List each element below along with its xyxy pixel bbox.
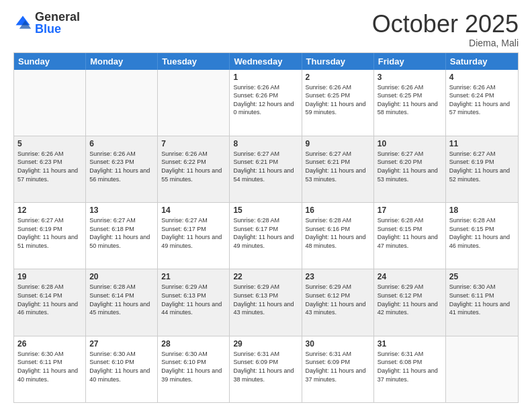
day-number: 22 xyxy=(233,272,298,281)
calendar-row-3: 19Sunrise: 6:28 AMSunset: 6:14 PMDayligh… xyxy=(14,269,518,335)
day-info: Sunrise: 6:26 AMSunset: 6:23 PMDaylight:… xyxy=(17,150,82,183)
header-day-sunday: Sunday xyxy=(14,53,86,70)
title-area: October 2025 Diema, Mali xyxy=(372,11,519,48)
empty-cell xyxy=(446,336,518,402)
day-number: 15 xyxy=(233,205,298,215)
day-cell-20: 20Sunrise: 6:28 AMSunset: 6:14 PMDayligh… xyxy=(86,269,158,335)
day-cell-29: 29Sunrise: 6:31 AMSunset: 6:09 PMDayligh… xyxy=(230,336,302,402)
day-number: 7 xyxy=(161,139,226,148)
day-info: Sunrise: 6:26 AMSunset: 6:24 PMDaylight:… xyxy=(449,83,515,117)
empty-cell xyxy=(86,70,158,136)
day-number: 23 xyxy=(306,272,370,281)
day-cell-3: 3Sunrise: 6:26 AMSunset: 6:25 PMDaylight… xyxy=(374,70,446,136)
day-cell-19: 19Sunrise: 6:28 AMSunset: 6:14 PMDayligh… xyxy=(14,269,86,335)
calendar-row-2: 12Sunrise: 6:27 AMSunset: 6:19 PMDayligh… xyxy=(14,202,518,269)
day-cell-1: 1Sunrise: 6:26 AMSunset: 6:26 PMDaylight… xyxy=(230,70,302,136)
day-cell-12: 12Sunrise: 6:27 AMSunset: 6:19 PMDayligh… xyxy=(14,203,86,269)
day-info: Sunrise: 6:26 AMSunset: 6:26 PMDaylight:… xyxy=(233,83,298,117)
day-info: Sunrise: 6:27 AMSunset: 6:18 PMDaylight:… xyxy=(89,216,154,250)
day-info: Sunrise: 6:27 AMSunset: 6:21 PMDaylight:… xyxy=(306,150,370,183)
day-cell-17: 17Sunrise: 6:28 AMSunset: 6:15 PMDayligh… xyxy=(374,203,446,269)
day-number: 12 xyxy=(17,205,82,215)
day-number: 2 xyxy=(306,73,370,82)
day-info: Sunrise: 6:28 AMSunset: 6:16 PMDaylight:… xyxy=(306,216,370,250)
day-number: 1 xyxy=(233,73,298,82)
day-info: Sunrise: 6:26 AMSunset: 6:25 PMDaylight:… xyxy=(306,83,370,117)
day-cell-5: 5Sunrise: 6:26 AMSunset: 6:23 PMDaylight… xyxy=(14,136,86,202)
day-number: 21 xyxy=(161,272,226,281)
day-number: 27 xyxy=(89,339,154,349)
calendar-row-1: 5Sunrise: 6:26 AMSunset: 6:23 PMDaylight… xyxy=(14,136,518,202)
day-number: 14 xyxy=(161,205,226,215)
day-cell-22: 22Sunrise: 6:29 AMSunset: 6:13 PMDayligh… xyxy=(230,269,302,335)
empty-cell xyxy=(14,70,86,136)
day-cell-16: 16Sunrise: 6:28 AMSunset: 6:16 PMDayligh… xyxy=(302,203,374,269)
day-number: 8 xyxy=(233,139,298,148)
day-number: 13 xyxy=(89,205,154,215)
location: Diema, Mali xyxy=(372,38,519,48)
day-number: 29 xyxy=(233,339,298,349)
day-cell-11: 11Sunrise: 6:27 AMSunset: 6:19 PMDayligh… xyxy=(446,136,518,202)
day-info: Sunrise: 6:27 AMSunset: 6:17 PMDaylight:… xyxy=(161,216,226,250)
day-info: Sunrise: 6:29 AMSunset: 6:13 PMDaylight:… xyxy=(161,283,226,316)
day-cell-24: 24Sunrise: 6:29 AMSunset: 6:12 PMDayligh… xyxy=(374,269,446,335)
day-number: 24 xyxy=(378,272,442,281)
empty-cell xyxy=(158,70,230,136)
calendar-row-4: 26Sunrise: 6:30 AMSunset: 6:11 PMDayligh… xyxy=(14,336,518,402)
month-title: October 2025 xyxy=(372,11,519,38)
day-info: Sunrise: 6:30 AMSunset: 6:11 PMDaylight:… xyxy=(17,350,82,383)
day-info: Sunrise: 6:27 AMSunset: 6:21 PMDaylight:… xyxy=(233,150,298,183)
day-number: 6 xyxy=(89,139,154,148)
day-info: Sunrise: 6:26 AMSunset: 6:25 PMDaylight:… xyxy=(378,83,442,117)
calendar-row-0: 1Sunrise: 6:26 AMSunset: 6:26 PMDaylight… xyxy=(14,70,518,136)
calendar-header: SundayMondayTuesdayWednesdayThursdayFrid… xyxy=(14,53,518,70)
day-cell-15: 15Sunrise: 6:28 AMSunset: 6:17 PMDayligh… xyxy=(230,203,302,269)
day-number: 10 xyxy=(378,139,442,148)
day-number: 4 xyxy=(449,73,515,82)
logo-icon xyxy=(13,13,32,32)
calendar-body: 1Sunrise: 6:26 AMSunset: 6:26 PMDaylight… xyxy=(14,70,518,402)
day-info: Sunrise: 6:26 AMSunset: 6:23 PMDaylight:… xyxy=(89,150,154,183)
day-number: 20 xyxy=(89,272,154,281)
header-day-wednesday: Wednesday xyxy=(230,53,302,70)
day-number: 5 xyxy=(17,139,82,148)
day-cell-26: 26Sunrise: 6:30 AMSunset: 6:11 PMDayligh… xyxy=(14,336,86,402)
day-info: Sunrise: 6:27 AMSunset: 6:20 PMDaylight:… xyxy=(378,150,442,183)
header: General Blue October 2025 Diema, Mali xyxy=(13,11,519,48)
day-info: Sunrise: 6:27 AMSunset: 6:19 PMDaylight:… xyxy=(449,150,515,183)
header-day-saturday: Saturday xyxy=(446,53,518,70)
day-cell-13: 13Sunrise: 6:27 AMSunset: 6:18 PMDayligh… xyxy=(86,203,158,269)
day-info: Sunrise: 6:30 AMSunset: 6:10 PMDaylight:… xyxy=(89,350,154,383)
logo-general-text: General xyxy=(35,11,80,23)
day-cell-2: 2Sunrise: 6:26 AMSunset: 6:25 PMDaylight… xyxy=(302,70,374,136)
day-number: 19 xyxy=(17,272,82,281)
day-cell-30: 30Sunrise: 6:31 AMSunset: 6:09 PMDayligh… xyxy=(302,336,374,402)
day-info: Sunrise: 6:30 AMSunset: 6:10 PMDaylight:… xyxy=(161,350,226,383)
day-info: Sunrise: 6:31 AMSunset: 6:09 PMDaylight:… xyxy=(306,350,370,383)
day-number: 16 xyxy=(306,205,370,215)
day-info: Sunrise: 6:29 AMSunset: 6:12 PMDaylight:… xyxy=(378,283,442,316)
day-cell-31: 31Sunrise: 6:31 AMSunset: 6:08 PMDayligh… xyxy=(374,336,446,402)
day-info: Sunrise: 6:31 AMSunset: 6:08 PMDaylight:… xyxy=(378,350,442,383)
day-number: 17 xyxy=(378,205,442,215)
day-cell-9: 9Sunrise: 6:27 AMSunset: 6:21 PMDaylight… xyxy=(302,136,374,202)
day-info: Sunrise: 6:28 AMSunset: 6:17 PMDaylight:… xyxy=(233,216,298,250)
header-day-monday: Monday xyxy=(86,53,158,70)
header-day-friday: Friday xyxy=(374,53,446,70)
day-number: 30 xyxy=(306,339,370,349)
day-cell-21: 21Sunrise: 6:29 AMSunset: 6:13 PMDayligh… xyxy=(158,269,230,335)
day-cell-14: 14Sunrise: 6:27 AMSunset: 6:17 PMDayligh… xyxy=(158,203,230,269)
logo-blue-text: Blue xyxy=(35,23,80,35)
day-cell-18: 18Sunrise: 6:28 AMSunset: 6:15 PMDayligh… xyxy=(446,203,518,269)
day-number: 31 xyxy=(378,339,442,349)
header-day-tuesday: Tuesday xyxy=(158,53,230,70)
day-cell-8: 8Sunrise: 6:27 AMSunset: 6:21 PMDaylight… xyxy=(230,136,302,202)
day-info: Sunrise: 6:29 AMSunset: 6:13 PMDaylight:… xyxy=(233,283,298,316)
day-number: 25 xyxy=(449,272,515,281)
day-cell-23: 23Sunrise: 6:29 AMSunset: 6:12 PMDayligh… xyxy=(302,269,374,335)
day-info: Sunrise: 6:28 AMSunset: 6:15 PMDaylight:… xyxy=(378,216,442,250)
day-number: 28 xyxy=(161,339,226,349)
logo: General Blue xyxy=(13,11,80,35)
day-cell-28: 28Sunrise: 6:30 AMSunset: 6:10 PMDayligh… xyxy=(158,336,230,402)
day-info: Sunrise: 6:28 AMSunset: 6:15 PMDaylight:… xyxy=(449,216,515,250)
